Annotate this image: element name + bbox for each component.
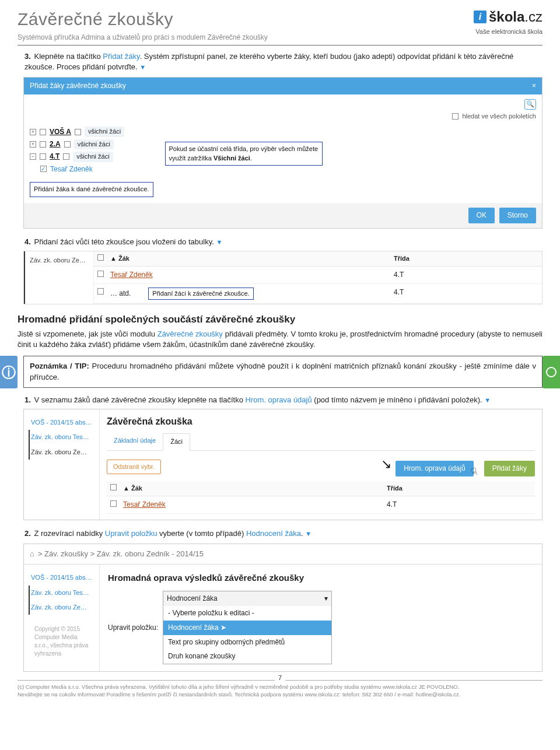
arrow-down-icon: ↘ (381, 457, 391, 471)
class-name[interactable]: 2.A (50, 139, 61, 149)
panel-title: Závěrečná zkouška (107, 415, 535, 428)
students-table: Záv. zk. oboru Ze… ▲ Žák Třída Tesař Zde… (23, 251, 542, 305)
bulk-edit-button[interactable]: Hrom. oprava údajů (396, 461, 473, 476)
screenshot-select-item: ⌂ > Záv. zkoušky > Záv. zk. oboru Zedník… (23, 544, 542, 672)
header: Závěrečné zkoušky Systémová příručka Adm… (18, 7, 542, 45)
select-option[interactable]: Text pro skupiny odborných předmětů (163, 635, 331, 650)
bulk-edit-link[interactable]: Hrom. oprava údajů (246, 395, 312, 404)
info-icon: ⓘ (0, 356, 18, 388)
all-checkbox[interactable] (75, 129, 81, 135)
row-checkbox[interactable] (97, 288, 104, 295)
select-label: Upravit položku: (108, 623, 158, 633)
step-b1: 1. V seznamu žáků dané závěrečné zkoušky… (24, 395, 542, 405)
sidebar-item[interactable]: Záv. zk. oboru Ze… (29, 445, 94, 460)
logo: i škola.cz Vaše elektronická škola (474, 7, 542, 36)
expand-icon[interactable]: + (30, 129, 36, 135)
select-all-checkbox[interactable] (110, 484, 117, 490)
student-name[interactable]: Tesař Zdeněk (50, 164, 93, 174)
expand-icon[interactable]: + (30, 141, 36, 148)
etc-label: … atd. (110, 289, 131, 299)
section-text: Jistě si vzpomenete, jak jste vůči modul… (18, 329, 542, 350)
chevron-down-icon: ▾ (324, 594, 328, 604)
breadcrumb[interactable]: > Záv. zkoušky > Záv. zk. oboru Zedník -… (38, 549, 204, 559)
collapse-icon[interactable]: − (30, 153, 36, 160)
student-link[interactable]: Tesař Zdeněk (110, 271, 153, 279)
page-title: Závěrečné zkoušky (18, 7, 268, 31)
section-heading: Hromadné přidání společných součástí záv… (18, 313, 542, 327)
step-4: 4. Přidaní žáci vůči této zkoušce jsou v… (24, 237, 542, 247)
step-b2: 2. Z rozevírací nabídky Upravit položku … (24, 528, 542, 539)
caret-down-icon: ▼ (484, 397, 491, 404)
tab-students[interactable]: Žáci (163, 433, 190, 450)
all-checkbox[interactable] (64, 141, 71, 148)
student-checkbox[interactable] (40, 166, 47, 172)
sidebar-item[interactable]: Záv. zk. oboru Tes… (29, 430, 94, 444)
th-class[interactable]: Třída (383, 481, 535, 496)
tip-icon (542, 356, 560, 388)
search-all-checkbox[interactable] (452, 113, 459, 120)
add-students-link[interactable]: Přidat žáky (103, 52, 139, 61)
edit-item-select[interactable]: Hodnocení žáka▾ - Vyberte položku k edit… (163, 591, 332, 664)
sidebar-item[interactable]: Záv. zk. oboru Ze… (29, 600, 94, 615)
module-link[interactable]: Závěrečné zkoušky (158, 330, 223, 338)
select-option[interactable]: Druh konané zkoušky (163, 649, 331, 664)
class-cell: 4.T (383, 496, 535, 513)
grading-link[interactable]: Hodnocení žáka (246, 529, 301, 538)
search-icon[interactable]: 🔍 (524, 99, 536, 110)
home-icon[interactable]: ⌂ (30, 549, 34, 559)
th-student[interactable]: Žák (118, 255, 130, 262)
add-students-button[interactable]: Přidat žáky (484, 461, 535, 476)
class-name[interactable]: 4.T (50, 152, 60, 162)
class-cell: 4.T (390, 284, 542, 303)
panel-title: Hromadná oprava výsledků závěrečné zkouš… (108, 572, 534, 584)
all-label: všichni žáci (85, 127, 124, 136)
th-student[interactable]: Žák (131, 485, 142, 492)
footer: 7 (c) Computer Media s.r.o. Všechna práv… (18, 680, 542, 699)
footer-line-2: Neváhejte se na cokoliv informovat! Pora… (18, 691, 542, 698)
page-number: 7 (275, 674, 285, 682)
class-name[interactable]: VOŠ A (50, 127, 71, 137)
page-subtitle: Systémová příručka Admina a uživatelů pr… (18, 33, 268, 43)
class-checkbox[interactable] (40, 153, 46, 160)
th-class[interactable]: Třída (390, 251, 542, 266)
sidebar-item[interactable]: VOŠ - 2014/15 abs… (29, 415, 94, 430)
step-3: 3. Klepněte na tlačítko Přidat žáky. Sys… (24, 51, 542, 72)
callout-add-student: Přidání žáka k dané závěrečné zkoušce. (30, 182, 153, 197)
class-checkbox[interactable] (40, 141, 46, 148)
class-cell: 4.T (390, 267, 542, 283)
select-option[interactable]: - Vyberte položku k editaci - (163, 606, 331, 621)
all-label: všichni žáci (73, 152, 113, 162)
search-all-label: hledat ve všech pololetích (462, 112, 536, 121)
cancel-button[interactable]: Storno (499, 208, 536, 223)
callout-all-students: Pokud se účastní celá třída, pro výběr v… (165, 142, 323, 166)
logo-tagline: Vaše elektronická škola (474, 27, 542, 36)
footer-line-1: (c) Computer Media s.r.o. Všechna práva … (18, 683, 542, 691)
screenshot-bulk-edit: VOŠ - 2014/15 abs… Záv. zk. oboru Tes… Z… (23, 409, 542, 520)
logo-icon: i (474, 10, 487, 23)
panel-title: Přidat žáky závěrečné zkoušky (30, 81, 126, 91)
caret-down-icon: ▼ (305, 530, 312, 537)
callout-added: Přidaní žáci k závěrečné zkoušce. (148, 288, 253, 300)
class-checkbox[interactable] (40, 129, 46, 135)
close-icon[interactable]: × (532, 81, 536, 91)
select-option[interactable]: Hodnocení žáka ➤ (163, 621, 331, 635)
cursor-icon: ➤ (220, 623, 226, 632)
info-box: Poznámka / TIP: Proceduru hromadného při… (23, 356, 542, 387)
row-checkbox[interactable] (97, 271, 104, 277)
row-checkbox[interactable] (110, 500, 117, 507)
caret-down-icon: ▼ (139, 64, 146, 71)
remove-selected-button[interactable]: Odstranit vybr. (107, 460, 161, 474)
tab-basic[interactable]: Základní údaje (107, 433, 163, 450)
copyright-label: Copyright © 2015 Computer Media s.r.o., … (29, 615, 94, 663)
all-checkbox[interactable] (63, 153, 69, 160)
sidebar-item[interactable]: Záv. zk. oboru Tes… (29, 586, 94, 600)
all-label: všichni žáci (74, 139, 114, 149)
caret-down-icon: ▼ (216, 239, 222, 246)
sidebar-item[interactable]: VOŠ - 2014/15 abs… (29, 570, 94, 585)
add-students-panel: Přidat žáky závěrečné zkoušky × 🔍 hledat… (23, 77, 542, 228)
ok-button[interactable]: OK (468, 208, 495, 223)
student-link[interactable]: Tesař Zdeněk (123, 500, 166, 509)
select-all-checkbox[interactable] (97, 254, 104, 261)
breadcrumb-side[interactable]: Záv. zk. oboru Ze… (24, 251, 94, 304)
edit-item-link[interactable]: Upravit položku (105, 529, 158, 538)
